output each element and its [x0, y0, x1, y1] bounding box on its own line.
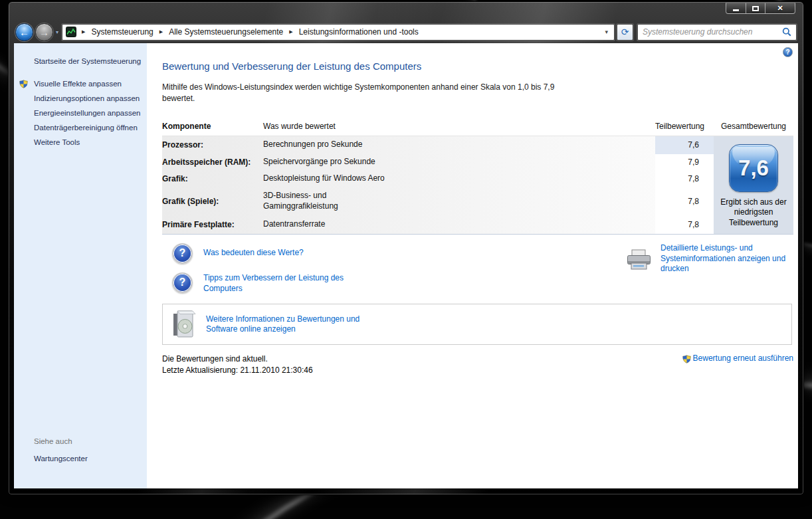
question-icon: ? [172, 272, 193, 293]
table-row: Primäre Festplatte: Datentransferrate 7,… [162, 215, 714, 234]
breadcrumb-separator-icon[interactable]: ▶ [285, 29, 296, 35]
assessed-cell: Desktopleistung für Windows Aero [263, 173, 655, 184]
sidebar: Startseite der Systemsteuerung Visuelle … [14, 43, 147, 488]
sidebar-item-label: Startseite der Systemsteuerung [34, 57, 141, 65]
link-weitere-informationen-online[interactable]: Weitere Informationen zu Bewertungen und… [162, 304, 792, 345]
header-teilbewertung: Teilbewertung [655, 122, 714, 131]
uac-shield-icon [682, 355, 691, 363]
sidebar-item-visuelle-effekte[interactable]: Visuelle Effekte anpassen [14, 76, 147, 91]
help-icon: ? [785, 49, 789, 56]
assessed-cell: Berechnungen pro Sekunde [263, 140, 655, 150]
breadcrumb-leistungsinfo[interactable]: Leistungsinformationen und -tools [297, 26, 421, 38]
link-label: Tipps zum Verbessern der Leistung des Co… [203, 273, 355, 294]
see-also-section: Siehe auch Wartungscenter [14, 434, 147, 466]
question-icon: ? [172, 243, 193, 264]
table-row: Prozessor: Berechnungen pro Sekunde 7,6 [162, 136, 714, 154]
window-controls: ✕ [726, 3, 795, 14]
overall-score-panel: 7,6 Ergibt sich aus der niedrigsten Teil… [714, 136, 793, 234]
sidebar-item-label: Weitere Tools [34, 138, 80, 146]
status-text: Die Bewertungen sind aktuell. Letzte Akt… [162, 354, 313, 375]
maximize-button[interactable] [746, 3, 765, 14]
control-panel-app-icon[interactable] [66, 27, 76, 37]
score-cell: 7,6 [655, 136, 714, 154]
link-label: Weitere Informationen zu Bewertungen und… [206, 314, 372, 336]
header-was-wurde-bewertet: Was wurde bewertet [263, 122, 655, 131]
status-row: Die Bewertungen sind aktuell. Letzte Akt… [162, 354, 793, 375]
link-tipps-verbessern[interactable]: ? Tipps zum Verbessern der Leistung des … [172, 272, 355, 294]
address-dropdown-icon[interactable]: ▾ [602, 29, 611, 35]
breadcrumb-separator-icon[interactable]: ▶ [155, 29, 167, 35]
score-cell: 7,8 [655, 171, 714, 187]
help-links: ? Was bedeuten diese Werte? ? Tipps zum … [172, 243, 355, 294]
link-label: Bewertung erneut ausführen [693, 354, 793, 364]
performance-table: Komponente Was wurde bewertet Teilbewert… [162, 122, 793, 235]
minimize-button[interactable] [726, 3, 746, 14]
explorer-window: ✕ ← → ▾ ▶ Systemsteuerung [8, 1, 804, 495]
sidebar-item-wartungscenter[interactable]: Wartungscenter [14, 451, 147, 466]
forward-button: → [35, 23, 53, 41]
desktop: ✕ ← → ▾ ▶ Systemsteuerung [0, 0, 812, 519]
score-cell: 7,8 [655, 215, 714, 234]
main-content: ? Bewertung und Verbesserung der Leistun… [147, 43, 798, 488]
assessed-cell: 3D-Business- und Gaminggrafikleistung [263, 191, 655, 211]
table-row: Arbeitsspeicher (RAM): Speichervorgänge … [162, 154, 714, 171]
status-line-current: Die Bewertungen sind aktuell. [162, 354, 313, 364]
sidebar-item-startseite[interactable]: Startseite der Systemsteuerung [14, 54, 147, 68]
link-label: Was bedeuten diese Werte? [203, 248, 304, 259]
search-input[interactable] [643, 27, 779, 37]
close-button[interactable]: ✕ [765, 3, 795, 14]
assessed-cell: Datentransferrate [263, 219, 655, 230]
address-bar[interactable]: ▶ Systemsteuerung ▶ Alle Systemsteuerung… [62, 24, 615, 41]
sidebar-item-weitere-tools[interactable]: Weitere Tools [14, 135, 147, 150]
component-cell: Grafik: [162, 174, 263, 183]
component-cell: Primäre Festplatte: [162, 220, 263, 229]
sidebar-item-label: Wartungscenter [34, 455, 88, 463]
breadcrumb-separator-icon[interactable]: ▶ [78, 29, 89, 35]
page-title: Bewertung und Verbesserung der Leistung … [162, 60, 792, 72]
client-area: Startseite der Systemsteuerung Visuelle … [14, 43, 798, 488]
base-score-caption: Ergibt sich aus der niedrigsten Teilbewe… [720, 197, 787, 228]
link-was-bedeuten-werte[interactable]: ? Was bedeuten diese Werte? [172, 243, 355, 264]
sidebar-item-datentraegerbereinigung[interactable]: Datenträgerbereinigung öffnen [14, 120, 147, 135]
minimize-icon [733, 9, 739, 11]
back-icon: ← [19, 27, 29, 38]
question-glyph: ? [179, 276, 186, 288]
sidebar-item-label: Visuelle Effekte anpassen [34, 80, 122, 88]
back-button[interactable]: ← [15, 23, 33, 41]
header-gesamtbewertung: Gesamtbewertung [714, 122, 793, 131]
intro-text: Mithilfe des Windows-Leistungsindex werd… [162, 82, 561, 105]
sidebar-item-label: Indizierungsoptionen anpassen [34, 94, 140, 102]
header-komponente: Komponente [162, 122, 263, 131]
table-body: Prozessor: Berechnungen pro Sekunde 7,6 … [162, 136, 793, 235]
printer-icon [626, 249, 653, 271]
base-score-badge: 7,6 [729, 144, 778, 192]
component-cell: Prozessor: [162, 140, 263, 150]
links-row: ? Was bedeuten diese Werte? ? Tipps zum … [162, 243, 793, 294]
breadcrumb-systemsteuerung[interactable]: Systemsteuerung [89, 26, 155, 38]
score-cell: 7,9 [655, 154, 714, 171]
link-label: Detaillierte Leistungs- und Systeminform… [660, 243, 793, 274]
maximize-icon [752, 6, 759, 11]
navigation-bar: ← → ▾ ▶ Systemsteuerung ▶ Alle Systemste… [9, 21, 803, 43]
link-detaillierte-informationen[interactable]: Detaillierte Leistungs- und Systeminform… [626, 243, 793, 294]
titlebar[interactable]: ✕ [9, 2, 803, 21]
sidebar-item-label: Energieeinstellungen anpassen [34, 109, 140, 117]
recent-pages-dropdown[interactable]: ▾ [53, 29, 62, 35]
refresh-icon: ⟳ [621, 27, 629, 37]
assessed-cell: Speichervorgänge pro Sekunde [263, 157, 655, 167]
table-row: Grafik: Desktopleistung für Windows Aero… [162, 171, 714, 187]
status-line-updated: Letzte Aktualisierung: 21.11.2010 21:30:… [162, 365, 313, 375]
refresh-button[interactable]: ⟳ [617, 24, 633, 41]
software-box-icon [171, 309, 199, 340]
sidebar-item-label: Datenträgerbereinigung öffnen [34, 124, 138, 132]
search-box [637, 24, 797, 41]
component-cell: Arbeitsspeicher (RAM): [162, 157, 263, 167]
sidebar-item-indizierungsoptionen[interactable]: Indizierungsoptionen anpassen [14, 91, 147, 106]
see-also-header: Siehe auch [14, 434, 147, 451]
help-button[interactable]: ? [783, 47, 793, 57]
search-icon [782, 27, 791, 37]
uac-shield-icon [19, 80, 28, 88]
sidebar-item-energieeinstellungen[interactable]: Energieeinstellungen anpassen [14, 106, 147, 120]
breadcrumb-alle-elemente[interactable]: Alle Systemsteuerungselemente [167, 26, 285, 38]
link-bewertung-erneut-ausfuehren[interactable]: Bewertung erneut ausführen [682, 354, 793, 364]
